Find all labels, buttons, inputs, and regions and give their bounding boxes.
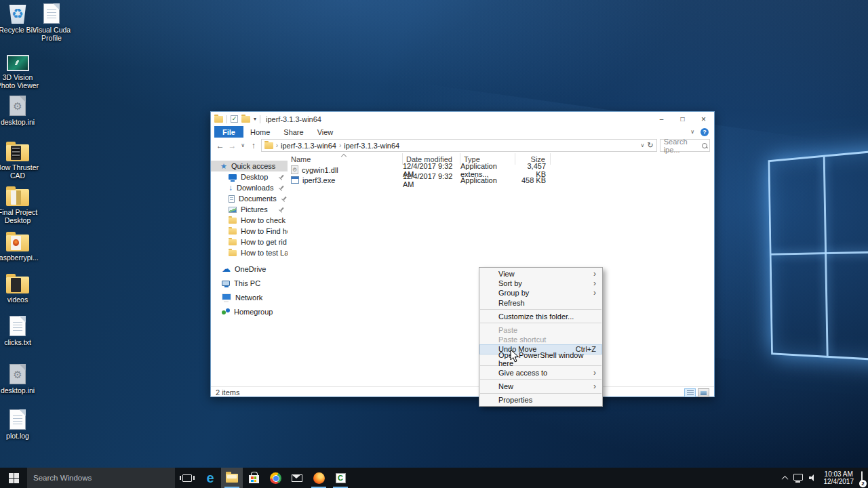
folder-icon bbox=[229, 228, 237, 235]
homegroup-icon bbox=[222, 308, 230, 315]
large-icons-view-button[interactable] bbox=[698, 388, 709, 397]
tab-view[interactable]: View bbox=[311, 126, 340, 138]
back-button[interactable]: ← bbox=[216, 141, 225, 150]
forward-button[interactable]: → bbox=[228, 141, 237, 150]
taskbar-clock[interactable]: 10:03 AM 12/4/2017 bbox=[824, 470, 854, 486]
qat-dropdown-icon[interactable]: ▾ bbox=[254, 116, 256, 122]
sidebar-item-onedrive[interactable]: ☁ OneDrive bbox=[211, 264, 288, 274]
column-header-size[interactable]: Size bbox=[515, 153, 551, 165]
action-center-button[interactable]: 2 bbox=[861, 472, 863, 484]
photo-viewer-icon bbox=[7, 55, 29, 71]
menu-item-open-powershell-window-here[interactable]: Open PowerShell window here bbox=[479, 354, 602, 364]
recent-locations-icon[interactable]: ∨ bbox=[239, 142, 246, 148]
refresh-icon[interactable]: ↻ bbox=[647, 141, 653, 150]
properties-check-icon[interactable]: ✓ bbox=[231, 115, 238, 123]
menu-item-customize-this-folder[interactable]: Customize this folder... bbox=[479, 312, 602, 321]
taskbar-search[interactable] bbox=[27, 468, 175, 488]
menu-item-paste[interactable]: Paste bbox=[479, 325, 602, 335]
desktop-icon-final-project-desktop[interactable]: Final Project Desktop bbox=[0, 184, 39, 224]
start-button[interactable] bbox=[0, 468, 27, 488]
sidebar-item-desktop[interactable]: Desktop bbox=[211, 171, 288, 182]
menu-item-sort-by[interactable]: Sort by› bbox=[479, 279, 602, 288]
details-view-button[interactable] bbox=[684, 388, 696, 397]
taskbar-mail-button[interactable] bbox=[286, 468, 308, 488]
menu-item-paste-shortcut[interactable]: Paste shortcut bbox=[479, 335, 602, 344]
file-row-cygwin1-dll[interactable]: ⚙cygwin1.dll 12/4/2017 9:32 AM Applicati… bbox=[288, 165, 714, 175]
desktop-icon-plot-log[interactable]: plot.log bbox=[0, 408, 39, 440]
sort-ascending-icon bbox=[342, 153, 346, 157]
pin-icon bbox=[277, 205, 285, 214]
sidebar-item-homegroup[interactable]: Homegroup bbox=[211, 306, 288, 317]
pin-icon bbox=[277, 184, 285, 192]
sidebar-item-folder[interactable]: How to test Lan Spe bbox=[211, 247, 288, 258]
file-name: cygwin1.dll bbox=[302, 166, 338, 174]
menu-item-view[interactable]: View› bbox=[479, 269, 602, 279]
menu-item-new[interactable]: New› bbox=[479, 382, 602, 391]
sidebar-item-folder[interactable]: How to get rid of th bbox=[211, 237, 288, 247]
new-folder-icon[interactable] bbox=[241, 116, 250, 123]
sidebar-item-pictures[interactable]: Pictures bbox=[211, 204, 288, 215]
tab-file[interactable]: File bbox=[214, 126, 243, 138]
desktop-icon-desktop-ini[interactable]: ⚙ desktop.ini bbox=[0, 94, 39, 126]
sidebar-item-this-pc[interactable]: This PC bbox=[211, 278, 288, 289]
desktop-icon-label: videos bbox=[7, 296, 28, 304]
up-button[interactable]: ↑ bbox=[249, 141, 258, 150]
sidebar-item-quick-access[interactable]: ★ Quick access bbox=[211, 161, 288, 171]
breadcrumb-item[interactable]: iperf-3.1.3-win64 bbox=[344, 142, 399, 150]
taskbar-cygwin-button[interactable]: C bbox=[330, 468, 351, 488]
desktop-icon-desktop-ini-2[interactable]: ⚙ desktop.ini bbox=[0, 363, 39, 394]
desktop-icon-visual-cuda-profile[interactable]: Visual Cuda Profile bbox=[30, 2, 73, 42]
taskbar-search-input[interactable] bbox=[27, 474, 175, 482]
minimize-button[interactable]: – bbox=[651, 112, 672, 126]
menu-separator bbox=[480, 393, 601, 394]
file-name: iperf3.exe bbox=[302, 176, 335, 184]
desktop-icon-videos[interactable]: videos bbox=[0, 272, 39, 304]
menu-item-group-by[interactable]: Group by› bbox=[479, 288, 602, 298]
mail-icon bbox=[292, 474, 302, 482]
sidebar-item-folder[interactable]: How to check LAN bbox=[211, 215, 288, 226]
taskbar-file-explorer-button[interactable] bbox=[221, 468, 243, 488]
network-tray-icon[interactable] bbox=[793, 474, 803, 481]
column-header-date-modified[interactable]: Date modified bbox=[403, 153, 460, 165]
search-icon[interactable] bbox=[701, 142, 707, 149]
task-view-button[interactable] bbox=[175, 468, 199, 488]
search-box[interactable]: Search ipe... bbox=[660, 139, 710, 152]
maximize-button[interactable]: □ bbox=[672, 112, 693, 126]
menu-item-give-access-to[interactable]: Give access to› bbox=[479, 368, 602, 378]
desktop-icon-label: Visual Cuda Profile bbox=[30, 26, 73, 42]
desktop-icon-bow-thruster-cad[interactable]: Bow Thruster CAD bbox=[0, 140, 39, 180]
address-dropdown-icon[interactable]: ∨ bbox=[641, 142, 645, 148]
sidebar-item-label: OneDrive bbox=[235, 265, 266, 273]
taskbar-chrome-button[interactable] bbox=[264, 468, 286, 488]
volume-icon[interactable] bbox=[809, 474, 818, 482]
tab-share[interactable]: Share bbox=[277, 126, 310, 138]
menu-item-refresh[interactable]: Refresh bbox=[479, 298, 602, 308]
sidebar-item-folder[interactable]: How to Find how m bbox=[211, 226, 288, 237]
folder-icon[interactable] bbox=[214, 116, 223, 123]
desktop-icon-3d-vision-photo-viewer[interactable]: 3D Vision Photo Viewer bbox=[0, 49, 39, 89]
desktop-icon-label: 3D Vision Photo Viewer bbox=[0, 73, 39, 89]
column-header-type[interactable]: Type bbox=[460, 153, 515, 165]
menu-item-properties[interactable]: Properties bbox=[479, 395, 602, 405]
sidebar-item-documents[interactable]: Documents bbox=[211, 193, 288, 204]
close-button[interactable]: × bbox=[693, 112, 714, 126]
desktop-icon-raspberrypi[interactable]: raspberrypi... bbox=[0, 230, 39, 262]
folder-icon bbox=[6, 277, 29, 293]
address-bar[interactable]: › iperf-3.1.3-win64 › iperf-3.1.3-win64 … bbox=[261, 139, 657, 152]
sidebar-item-label: Network bbox=[235, 293, 262, 302]
breadcrumb-item[interactable]: iperf-3.1.3-win64 bbox=[281, 142, 336, 150]
sidebar-item-downloads[interactable]: ↓ Downloads bbox=[211, 182, 288, 193]
help-icon[interactable]: ? bbox=[701, 128, 709, 136]
ribbon-expand-icon[interactable]: ∨ bbox=[690, 129, 694, 135]
sidebar-item-label: Downloads bbox=[237, 184, 273, 192]
title-bar[interactable]: ✓ ▾ iperf-3.1.3-win64 – □ × bbox=[211, 112, 714, 126]
taskbar-edge-button[interactable]: e bbox=[199, 468, 221, 488]
tab-home[interactable]: Home bbox=[243, 126, 277, 138]
taskbar-store-button[interactable] bbox=[243, 468, 264, 488]
sidebar-item-label: How to check LAN bbox=[241, 216, 288, 224]
file-row-iperf3-exe[interactable]: iperf3.exe 12/4/2017 9:32 AM Application… bbox=[288, 175, 714, 185]
sidebar-item-network[interactable]: Network bbox=[211, 292, 288, 303]
taskbar-firefox-button[interactable] bbox=[308, 468, 330, 488]
desktop-icon-clicks-txt[interactable]: clicks.txt bbox=[0, 314, 39, 346]
show-hidden-icons-chevron[interactable] bbox=[781, 475, 788, 482]
